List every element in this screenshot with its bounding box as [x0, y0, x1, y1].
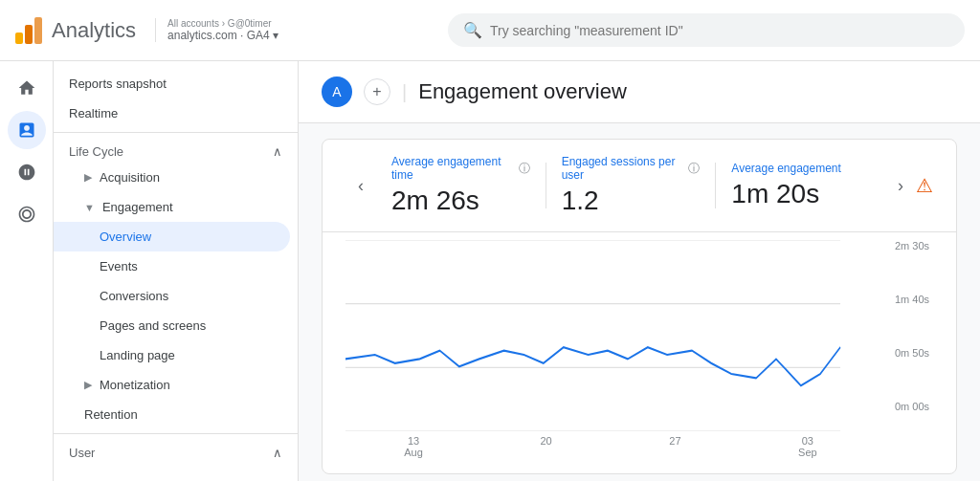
sidebar-item-monetization[interactable]: ▶ Monetization [54, 370, 290, 400]
logo-bar-2 [25, 25, 33, 44]
y-label-1: 1m 40s [895, 294, 929, 305]
x-label-0: 13 Aug [404, 435, 423, 458]
avatar-button[interactable]: A [322, 77, 352, 107]
chart-y-axis: 2m 30s 1m 40s 0m 50s 0m 00s [895, 240, 933, 412]
chevron-down-icon: ▼ [84, 202, 95, 213]
prev-metric-button[interactable]: ‹ [345, 170, 376, 201]
sidebar-item-events[interactable]: Events [54, 251, 290, 281]
chart-svg [345, 240, 933, 431]
sidebar-item-acquisition[interactable]: ▶ Acquisition [54, 163, 290, 192]
logo: Analytics [15, 17, 136, 44]
warning-icon: ⚠ [916, 174, 933, 197]
metric-label-0: Average engagement time ⓘ [391, 155, 530, 182]
account-path: All accounts › G@0timer [167, 18, 278, 29]
logo-bar-1 [15, 33, 23, 44]
y-label-3: 0m 00s [895, 401, 929, 412]
metric-value-1: 1.2 [562, 186, 701, 216]
sidebar-section-lifecycle: Life Cycle ∧ [54, 137, 298, 163]
metric-value-2: 1m 20s [731, 179, 870, 209]
sidebar: Reports snapshot Realtime Life Cycle ∧ ▶… [54, 61, 299, 481]
sidebar-item-retention[interactable]: Retention [54, 400, 290, 429]
content-area: A + | Engagement overview ‹ Average enga… [299, 61, 980, 481]
sidebar-item-engagement[interactable]: ▼ Engagement [54, 192, 290, 222]
chart-x-axis: 13 Aug 20 27 03 Sep [345, 431, 933, 458]
metrics-card: ‹ Average engagement time ⓘ 2m 26s Engag… [322, 139, 957, 474]
nav-advertising[interactable] [8, 195, 46, 233]
search-icon: 🔍 [463, 21, 482, 39]
chevron-right-icon-mon: ▶ [84, 379, 92, 391]
sidebar-item-overview[interactable]: Overview [54, 222, 290, 251]
sidebar-divider [54, 132, 298, 133]
x-label-2: 27 [669, 435, 680, 458]
header-divider: | [402, 81, 407, 103]
chevron-up-icon-user: ∧ [273, 446, 282, 460]
chevron-right-icon: ▶ [84, 171, 92, 184]
y-label-0: 2m 30s [895, 240, 929, 251]
icon-nav [0, 61, 54, 481]
metric-value-0: 2m 26s [391, 186, 530, 216]
sidebar-item-landing-page[interactable]: Landing page [54, 340, 290, 370]
app-title: Analytics [52, 18, 136, 43]
sidebar-item-realtime[interactable]: Realtime [54, 98, 298, 128]
account-name: analytics.com · GA4 ▾ [167, 29, 278, 42]
x-label-1: 20 [540, 435, 551, 458]
metric-engaged-sessions: Engaged sessions per user ⓘ 1.2 [546, 155, 716, 216]
metrics-row: ‹ Average engagement time ⓘ 2m 26s Engag… [323, 140, 956, 232]
nav-explore[interactable] [8, 153, 46, 191]
chevron-up-icon: ∧ [273, 144, 282, 159]
metric-avg-engagement-time: Average engagement time ⓘ 2m 26s [376, 155, 546, 216]
x-label-3: 03 Sep [798, 435, 817, 458]
next-metric-button[interactable]: › [885, 170, 916, 201]
add-comparison-button[interactable]: + [364, 78, 390, 105]
main-layout: Reports snapshot Realtime Life Cycle ∧ ▶… [0, 61, 980, 481]
metric-avg-engagement: Average engagement 1m 20s [716, 162, 885, 209]
sidebar-item-conversions[interactable]: Conversions [54, 281, 290, 311]
sidebar-section-user: User ∧ [54, 438, 298, 464]
search-bar[interactable]: 🔍 [448, 13, 965, 47]
metric-label-1: Engaged sessions per user ⓘ [562, 155, 701, 182]
search-input[interactable] [490, 23, 949, 38]
sidebar-divider-2 [54, 433, 298, 434]
account-info[interactable]: All accounts › G@0timer analytics.com · … [155, 18, 278, 42]
metric-label-2: Average engagement [731, 162, 870, 175]
nav-home[interactable] [8, 69, 46, 107]
page-header: A + | Engagement overview [299, 61, 980, 123]
info-icon-1[interactable]: ⓘ [688, 161, 700, 177]
info-icon-0[interactable]: ⓘ [519, 161, 530, 177]
y-label-2: 0m 50s [895, 347, 929, 359]
nav-reports[interactable] [8, 111, 46, 149]
sidebar-item-pages-and-screens[interactable]: Pages and screens [54, 311, 290, 340]
logo-bar-3 [34, 17, 42, 44]
topbar: Analytics All accounts › G@0timer analyt… [0, 0, 980, 61]
logo-icon [15, 17, 42, 44]
chart-area: 2m 30s 1m 40s 0m 50s 0m 00s [323, 232, 956, 473]
page-title: Engagement overview [418, 79, 627, 104]
sidebar-item-reports-snapshot[interactable]: Reports snapshot [54, 69, 298, 98]
